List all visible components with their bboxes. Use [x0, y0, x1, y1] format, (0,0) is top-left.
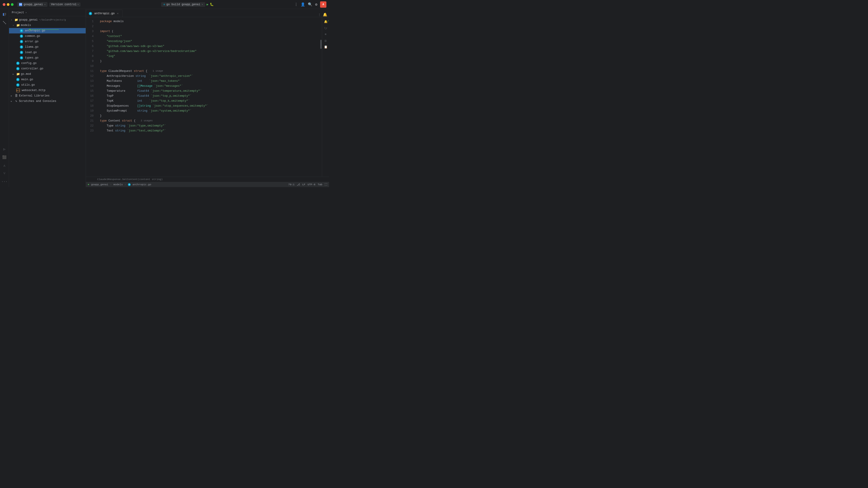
profile-icon[interactable]: 👤	[301, 2, 305, 7]
sidebar-item-go.mod[interactable]: ▶ 📁 go.mod	[9, 71, 86, 77]
run-config-selector[interactable]: ⚙ go build goapp_genai ▾	[161, 2, 205, 7]
problems-icon[interactable]: ⚠	[1, 162, 8, 169]
bookmarks-icon[interactable]: ⭮	[323, 25, 329, 31]
svg-point-5	[4, 22, 5, 23]
usage-hint-2: 2 usages	[141, 119, 153, 123]
structure-view-icon[interactable]: ≡	[323, 32, 329, 37]
folder-icon: 📁	[16, 24, 20, 27]
user-avatar[interactable]: A	[320, 1, 327, 8]
sidebar-item-label: goapp_genai	[19, 18, 38, 22]
status-expand-icon[interactable]: ⛶	[324, 183, 327, 186]
sidebar-item-label: controller.go	[21, 67, 43, 70]
sidebar-item-label: load.go	[25, 51, 37, 54]
tab-close-button[interactable]: ✕	[116, 12, 120, 15]
code-indent: TopK	[100, 99, 137, 103]
sidebar-item-types.go[interactable]: ▾ G types.go	[9, 55, 86, 61]
project-name: goapp_genai	[24, 3, 43, 6]
type-float64-topp: float64	[137, 94, 149, 98]
code-line-22: Type string `json:"type,omitempty"`	[100, 123, 317, 128]
tab-anthropic.go[interactable]: G anthropic.go ✕	[86, 10, 123, 17]
project-path: ~/GolandProjects/g	[39, 19, 66, 21]
maximize-button[interactable]	[11, 3, 13, 6]
editor-scrollbar[interactable]	[320, 17, 322, 177]
code-line-6: "github.com/aws/aws-sdk-go-v2/aws"	[100, 44, 317, 49]
string-bedrock: "github.com/aws/aws-sdk-go-v2/service/be…	[107, 49, 197, 54]
status-file-breadcrumb[interactable]: anthropic.go	[132, 183, 151, 186]
line-number: 4	[86, 34, 95, 39]
code-line-8: "log"	[100, 54, 317, 59]
sidebar-item-utils.go[interactable]: ▾ G utils.go	[9, 82, 86, 88]
notifications-icon[interactable]: 🔔	[323, 12, 327, 17]
project-chevron: ▾	[44, 3, 46, 6]
tab-options-icon[interactable]: ⋮	[318, 13, 321, 17]
sidebar-item-goapp_genai[interactable]: ▾ 📁 goapp_genai ~/GolandProjects/g	[9, 17, 86, 23]
sidebar-item-common.go[interactable]: ▾ G common.go	[9, 33, 86, 39]
search-icon[interactable]: 🔍	[308, 2, 312, 7]
type-float64: float64	[137, 89, 149, 93]
breadcrumb-file-icon: G	[128, 183, 131, 186]
editor-hint-bar: Claude3Response.SetContent(content strin…	[86, 177, 329, 182]
tag-messages: `json:"messages"`	[154, 84, 183, 88]
editor-container: ✓ 1 2 3 4 5 6 7 8 9 10 11 12 13 14 15 16…	[86, 17, 329, 177]
sidebar-item-controller.go[interactable]: ▾ G controller.go	[9, 66, 86, 71]
run-button[interactable]: ▶	[207, 2, 209, 6]
status-project-breadcrumb[interactable]: goapp_genai	[91, 183, 108, 186]
structure-icon[interactable]	[1, 19, 8, 26]
code-line-19: SystemPrompt string `json:"system,omitem…	[100, 108, 317, 113]
sidebar-item-label: go.mod	[21, 72, 31, 76]
sidebar-item-main.go[interactable]: ▾ G main.go	[9, 77, 86, 82]
sidebar-item-websocket.http[interactable]: ▾ API websocket.http	[9, 88, 86, 93]
minimize-button[interactable]	[7, 3, 9, 6]
keyword-struct-2: struct	[122, 119, 132, 123]
terminal-icon[interactable]: ⬛	[1, 154, 8, 161]
close-button[interactable]	[3, 3, 5, 6]
git-icon[interactable]: ⑂	[1, 170, 8, 177]
sidebar-header[interactable]: Project ▾	[9, 9, 86, 16]
code-text	[125, 124, 127, 128]
code-indent: AnthropicVersion	[100, 74, 135, 78]
sidebar-item-scratches[interactable]: ▶ ✎ Scratches and Consoles	[9, 98, 86, 104]
sidebar: Project ▾ ▾ 📁 goapp_genai ~/GolandProjec…	[9, 9, 86, 187]
string-context: "context"	[107, 34, 122, 39]
clipboard-icon[interactable]: 📋	[323, 44, 329, 50]
code-text	[153, 84, 154, 88]
sidebar-toggle-icon[interactable]	[1, 11, 8, 18]
project-selector[interactable]: GG goapp_genai ▾	[17, 2, 48, 7]
sidebar-item-external-libraries[interactable]: ▶ 🗄 External Libraries	[9, 93, 86, 98]
go-file-icon: G	[20, 35, 23, 38]
scrollbar-thumb[interactable]	[320, 40, 322, 49]
more-options-icon[interactable]: ⋮	[294, 2, 298, 7]
breadcrumb-sep-1: ›	[110, 183, 112, 186]
sidebar-item-label: common.go	[25, 35, 40, 38]
code-line-9: )	[100, 59, 317, 64]
line-number: 16	[86, 94, 95, 98]
more-tools-icon[interactable]: ···	[1, 178, 8, 185]
sidebar-item-error.go[interactable]: ▾ G error.go	[9, 39, 86, 44]
status-indent[interactable]: Tab	[318, 183, 322, 186]
sidebar-item-load.go[interactable]: ▾ G load.go	[9, 50, 86, 55]
diff-icon[interactable]: ◫	[323, 38, 329, 43]
status-line-ending[interactable]: LF	[302, 183, 305, 186]
code-editor[interactable]: package models import ( "context"	[97, 17, 320, 177]
line-number: 6	[86, 44, 95, 49]
sidebar-item-llama.go[interactable]: ▾ G llama.go	[9, 44, 86, 50]
sidebar-item-label: types.go	[25, 56, 38, 59]
run-tool-icon[interactable]: ▷	[1, 145, 8, 153]
sidebar-item-config.go[interactable]: ▾ G config.go	[9, 61, 86, 66]
status-git-icon[interactable]: ⎇	[297, 183, 300, 186]
status-bar: ● goapp_genai › models › G anthropic.go …	[86, 182, 329, 187]
status-position[interactable]: 79:1	[288, 183, 294, 186]
line-number: 22	[86, 123, 95, 128]
type-string-type: string	[115, 124, 125, 128]
sidebar-item-anthropic.go[interactable]: ▾ G anthropic.go	[9, 28, 86, 33]
status-models-breadcrumb[interactable]: models	[114, 183, 123, 186]
tag-type: `json:"type,omitempty"`	[127, 124, 166, 128]
debug-button[interactable]: 🐛	[210, 2, 214, 6]
version-control-badge[interactable]: Version control ▾	[49, 2, 81, 6]
sidebar-item-models[interactable]: ▾ 📁 models	[9, 23, 86, 28]
tab-bar-end: ⋮ 🔔	[318, 12, 329, 17]
code-line-4: "context"	[100, 34, 317, 39]
gutter-check-icon: ✓	[327, 19, 329, 23]
settings-icon[interactable]: ⚙	[315, 2, 317, 7]
status-charset[interactable]: UTF-8	[308, 183, 315, 186]
